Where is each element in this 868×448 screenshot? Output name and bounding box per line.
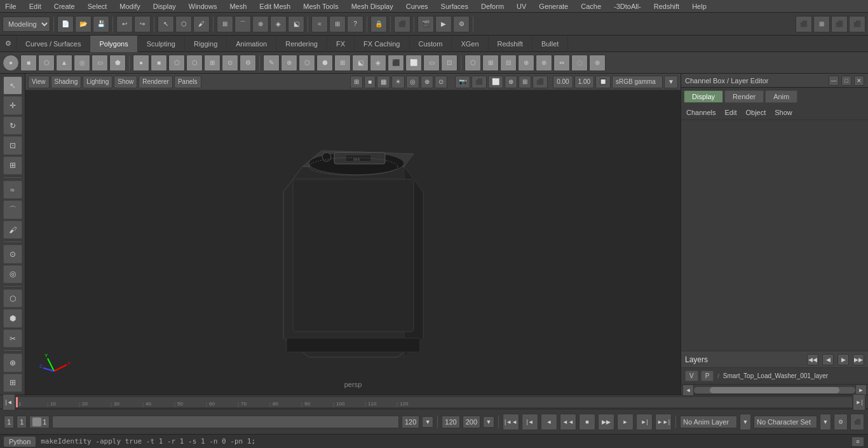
paint-select-tool[interactable]: 🖌	[3, 221, 22, 239]
shelf-torus[interactable]: ◎	[74, 55, 90, 71]
menu-generate[interactable]: Generate	[536, 3, 571, 10]
lasso-tool[interactable]: ⌒	[3, 200, 22, 219]
renderer-menu[interactable]: Renderer	[139, 76, 173, 88]
pb-stop[interactable]: ■	[579, 414, 595, 430]
save-file-btn[interactable]: 💾	[93, 16, 109, 32]
panels-menu[interactable]: Panels	[174, 76, 201, 88]
shelf-poly5[interactable]: ⊞	[334, 55, 351, 71]
layers-nav-next[interactable]: ▶	[837, 354, 849, 365]
menu-cache[interactable]: Cache	[578, 3, 604, 10]
textured-btn[interactable]: ▦	[377, 76, 390, 88]
transform-btn[interactable]: ⬛	[796, 16, 812, 32]
grid-btn[interactable]: ⊞	[813, 16, 830, 32]
timeline-ruler[interactable]: 1 10 20 30 40 50 60 70 80 90 100 110 120	[15, 397, 853, 408]
shelf-smooth[interactable]: ◌	[571, 55, 588, 71]
render-settings-btn[interactable]: ⚙	[453, 16, 470, 32]
menu-file[interactable]: File	[3, 3, 19, 10]
isolate-btn[interactable]: ⊕	[421, 76, 433, 88]
shelf-disk[interactable]: ⬟	[109, 55, 126, 71]
snap-view-btn[interactable]: ⬕	[288, 16, 304, 32]
new-file-btn[interactable]: 📄	[57, 16, 74, 32]
show-manip-tool[interactable]: ⊕	[3, 353, 22, 372]
snap-grid-btn[interactable]: ⊞	[217, 16, 233, 32]
xray-btn[interactable]: ◎	[406, 76, 419, 88]
shelf-ico[interactable]: ⬡	[186, 55, 203, 71]
select-tool-btn[interactable]: ↖	[158, 16, 174, 32]
menu-select[interactable]: Select	[85, 3, 110, 10]
light-btn[interactable]: ☀	[391, 76, 405, 88]
select-tool[interactable]: ↖	[3, 76, 22, 95]
snap-curve-btn[interactable]: ⌒	[234, 16, 251, 32]
timeline-start-btn[interactable]: |◄	[3, 394, 15, 411]
end-frame-field[interactable]: 120	[402, 416, 419, 428]
anim-layer-field[interactable]: No Anim Layer	[680, 416, 737, 428]
ch-menu-object[interactable]: Object	[743, 107, 768, 118]
tab-redshift[interactable]: Redshift	[489, 36, 532, 52]
anim-prefs-btn[interactable]: ⬛	[850, 414, 864, 430]
pb-play[interactable]: ▶▶	[598, 414, 614, 430]
redo-btn[interactable]: ↪	[134, 16, 151, 32]
panel-minimize-btn[interactable]: —	[829, 76, 839, 86]
pb-skip-end[interactable]: ►►|	[655, 414, 672, 430]
pb-next-key[interactable]: ►|	[636, 414, 653, 430]
ipr-btn[interactable]: ▶	[435, 16, 452, 32]
sculpt-tool[interactable]: ⊙	[3, 245, 22, 263]
menu-curves[interactable]: Curves	[403, 3, 431, 10]
menu-help[interactable]: Help	[689, 3, 709, 10]
view-menu[interactable]: View	[28, 76, 50, 88]
layer-p-btn[interactable]: P	[701, 370, 714, 381]
shelf-cube2[interactable]: ■	[151, 55, 167, 71]
shelf-gear[interactable]: ⚙	[240, 55, 256, 71]
shelf-merge[interactable]: ⊕	[518, 55, 534, 71]
shelf-sphere[interactable]: ●	[3, 55, 19, 71]
pb-prev-frame[interactable]: ◄	[541, 414, 557, 430]
rp-tab-render[interactable]: Render	[724, 90, 764, 103]
wireframe-btn[interactable]: ⊞	[350, 76, 363, 88]
menu-edit-mesh[interactable]: Edit Mesh	[257, 3, 293, 10]
shelf-poly3[interactable]: ⬡	[299, 55, 315, 71]
menu-mesh-tools[interactable]: Mesh Tools	[301, 3, 341, 10]
menu-edit[interactable]: Edit	[27, 3, 44, 10]
lock-btn[interactable]: 🔒	[370, 16, 387, 32]
cam-offset-x[interactable]: 0.00	[553, 76, 573, 88]
show-menu[interactable]: Show	[114, 76, 137, 88]
display-btn[interactable]: ⬛	[831, 16, 848, 32]
shelf-retopo[interactable]: ⊛	[589, 55, 606, 71]
camera-btn[interactable]: 📷	[455, 76, 470, 88]
shelf-poly1[interactable]: ✎	[263, 55, 280, 71]
shelf-cube[interactable]: ■	[20, 55, 37, 71]
shelf-boolean[interactable]: ⊗	[536, 55, 552, 71]
shelf-poly10[interactable]: ▭	[423, 55, 440, 71]
color-space-dropdown[interactable]: sRGB gamma	[612, 76, 663, 88]
input-btn[interactable]: ⬛	[394, 16, 410, 32]
panel-close-btn[interactable]: ✕	[854, 76, 864, 86]
tab-rendering[interactable]: Rendering	[276, 36, 327, 52]
menu-3dtoall[interactable]: -3DtoAll-	[611, 3, 644, 10]
scroll-left-btn[interactable]: ◄	[682, 384, 694, 396]
range-arrow[interactable]: ▼	[483, 416, 494, 428]
timeline-end-btn[interactable]: ►|	[853, 394, 865, 411]
shelf-extrude[interactable]: ⊞	[482, 55, 499, 71]
tab-curves-surfaces[interactable]: Curves / Surfaces	[17, 36, 90, 52]
shelf-pipe[interactable]: ⊙	[222, 55, 238, 71]
menu-modify[interactable]: Modify	[117, 3, 142, 10]
menu-uv[interactable]: UV	[514, 3, 529, 10]
panel-maximize-btn[interactable]: □	[841, 76, 851, 86]
shelf-poly4[interactable]: ⬢	[316, 55, 333, 71]
loop-cut-tool[interactable]: ⬡	[3, 289, 22, 308]
snap-surface-btn[interactable]: ◈	[270, 16, 287, 32]
grid-toggle-tool[interactable]: ⊞	[3, 374, 22, 392]
timeline-range-slider[interactable]	[52, 416, 399, 428]
shelf-mirror[interactable]: ⇔	[553, 55, 570, 71]
playback-field[interactable]: 120	[442, 416, 459, 428]
frame3-field[interactable]: 1	[29, 416, 50, 428]
hud-btn[interactable]: ⬜	[488, 76, 503, 88]
scrollbar-track[interactable]	[694, 387, 855, 393]
key-settings-btn[interactable]: ⚙	[834, 414, 848, 430]
shelf-plane[interactable]: ▭	[92, 55, 108, 71]
shelf-poly11[interactable]: ⊡	[441, 55, 458, 71]
menu-deform[interactable]: Deform	[478, 3, 506, 10]
frame2-field[interactable]: 1	[17, 416, 27, 428]
anim-layer-arrow[interactable]: ▼	[740, 414, 751, 430]
shelf-poly9[interactable]: ⬜	[405, 55, 422, 71]
